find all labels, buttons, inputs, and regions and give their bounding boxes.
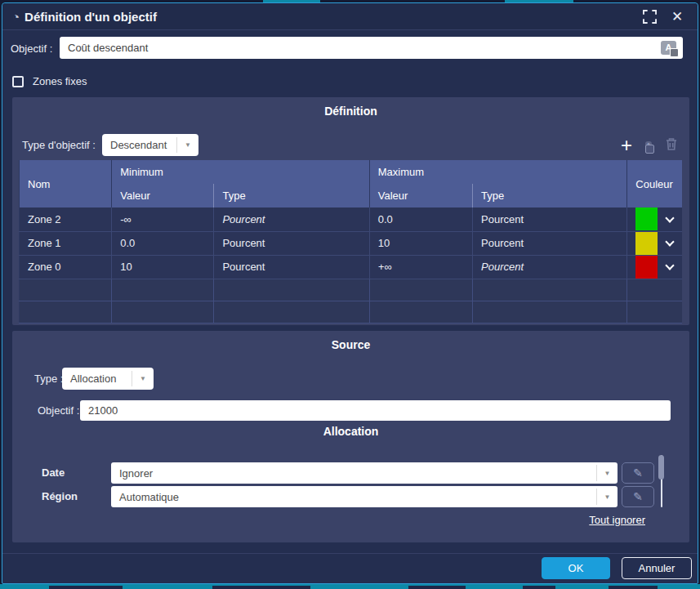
objective-icon: ◔ — [12, 11, 20, 23]
zone-name-cell[interactable]: Zone 1 — [20, 231, 112, 255]
empty-row — [20, 279, 683, 301]
color-swatch — [635, 256, 658, 279]
column-header-max-type: Type — [473, 184, 627, 207]
pencil-icon: ✎ — [633, 466, 643, 480]
zone-min-value-cell[interactable]: -∞ — [112, 207, 214, 231]
zones-fixes-label: Zones fixes — [33, 75, 87, 87]
definition-title: Définition — [12, 97, 689, 118]
translate-icon[interactable]: A — [661, 41, 676, 55]
edit-region-button[interactable]: ✎ — [622, 486, 654, 507]
objective-name-input[interactable] — [60, 37, 683, 59]
column-header-couleur: Couleur — [627, 160, 682, 207]
zone-color-picker[interactable] — [635, 256, 682, 279]
column-header-maximum: Maximum — [369, 160, 627, 184]
objective-type-dropdown[interactable]: Descendant ▼ — [102, 134, 198, 156]
duplicate-zone-button[interactable]: A — [645, 138, 652, 153]
dialog-title: Définition d'un objectif — [25, 10, 632, 24]
zones-toolbar: + A — [621, 136, 678, 154]
color-swatch — [635, 232, 658, 255]
source-type-value: Allocation — [62, 368, 132, 390]
source-objective-input[interactable] — [80, 400, 671, 421]
zone-min-value-cell[interactable]: 0.0 — [112, 231, 214, 255]
color-swatch — [635, 207, 658, 230]
allocation-date-dropdown[interactable]: Ignorer ▼ — [111, 462, 618, 484]
column-header-minimum: Minimum — [112, 160, 370, 184]
zone-row: Zone 0 10 Pourcent +∞ Pourcent — [20, 255, 683, 279]
dropdown-arrow-icon: ▼ — [596, 489, 618, 505]
delete-zone-button[interactable] — [665, 136, 678, 154]
zone-min-value-cell[interactable]: 10 — [112, 255, 214, 279]
allocation-region-value: Automatique — [111, 486, 596, 507]
dropdown-arrow-icon: ▼ — [596, 465, 618, 481]
source-type-label: Type : — [34, 373, 63, 385]
duplicate-icon: A — [645, 141, 652, 151]
source-title: Source — [12, 331, 689, 351]
chevron-down-icon — [666, 261, 675, 270]
objective-definition-dialog: ◔ Définition d'un objectif ✕ Objectif : … — [2, 2, 698, 584]
dropdown-arrow-icon: ▼ — [132, 371, 154, 386]
background-bottom — [0, 584, 700, 589]
add-zone-button[interactable]: + — [621, 137, 632, 154]
trash-icon — [665, 136, 678, 151]
source-objective-label: Objectif : — [38, 404, 79, 417]
dropdown-arrow-icon: ▼ — [176, 137, 198, 153]
zone-max-type-cell[interactable]: Pourcent — [473, 255, 627, 279]
zone-row: Zone 1 0.0 Pourcent 10 Pourcent — [20, 231, 683, 255]
zone-color-cell — [627, 231, 682, 255]
column-header-min-valeur: Valeur — [112, 184, 214, 207]
column-header-nom: Nom — [20, 160, 112, 207]
dialog-titlebar: ◔ Définition d'un objectif ✕ — [2, 3, 698, 30]
empty-row — [20, 301, 683, 323]
close-icon: ✕ — [671, 10, 683, 24]
allocation-date-label: Date — [42, 466, 65, 479]
zone-max-value-cell[interactable]: +∞ — [369, 255, 472, 279]
close-button[interactable]: ✕ — [667, 7, 688, 26]
maximize-icon — [643, 10, 657, 24]
zone-color-picker[interactable] — [635, 207, 682, 231]
chevron-down-icon — [666, 213, 675, 222]
pencil-icon: ✎ — [633, 490, 643, 503]
zone-row: Zone 2 -∞ Pourcent 0.0 Pourcent — [20, 207, 683, 231]
zones-table-header: Nom Minimum Maximum Couleur Valeur Type … — [20, 160, 683, 207]
objective-label: Objectif : — [11, 42, 52, 55]
source-panel: Source Type : Allocation ▼ Objectif : Al… — [12, 331, 689, 542]
zone-min-type-cell[interactable]: Pourcent — [214, 231, 369, 255]
zone-min-type-cell[interactable]: Pourcent — [214, 207, 369, 231]
objective-type-value: Descendant — [102, 134, 176, 156]
column-header-min-type: Type — [214, 184, 369, 207]
zone-max-type-cell[interactable]: Pourcent — [473, 231, 627, 255]
zone-color-cell — [627, 207, 682, 231]
maximize-button[interactable] — [639, 7, 660, 26]
stage: ◔ Définition d'un objectif ✕ Objectif : … — [0, 0, 700, 589]
zone-max-value-cell[interactable]: 0.0 — [369, 207, 472, 231]
zones-fixes-checkbox[interactable] — [12, 76, 24, 87]
definition-panel: Définition Type d'objectif : Descendant … — [12, 97, 689, 325]
zone-min-type-cell[interactable]: Pourcent — [214, 255, 369, 279]
column-header-max-valeur: Valeur — [369, 184, 472, 207]
edit-date-button[interactable]: ✎ — [622, 462, 654, 484]
cancel-button[interactable]: Annuler — [622, 557, 692, 579]
allocation-title: Allocation — [12, 425, 689, 438]
objective-type-label: Type d'objectif : — [22, 139, 96, 151]
allocation-scrollbar-thumb[interactable] — [658, 455, 664, 480]
allocation-date-value: Ignorer — [111, 462, 596, 484]
zone-max-type-cell[interactable]: Pourcent — [473, 207, 627, 231]
chevron-down-icon — [666, 237, 675, 246]
zone-name-cell[interactable]: Zone 2 — [20, 207, 112, 231]
footer-divider — [2, 553, 698, 554]
zone-name-cell[interactable]: Zone 0 — [20, 255, 112, 279]
zones-table: Nom Minimum Maximum Couleur Valeur Type … — [19, 160, 682, 324]
zone-max-value-cell[interactable]: 10 — [369, 231, 472, 255]
allocation-region-dropdown[interactable]: Automatique ▼ — [111, 486, 618, 507]
source-type-dropdown[interactable]: Allocation ▼ — [62, 368, 154, 390]
ignore-all-link[interactable]: Tout ignorer — [589, 514, 645, 526]
zones-fixes-row: Zones fixes — [12, 75, 87, 87]
allocation-region-label: Région — [42, 490, 78, 502]
zone-color-picker[interactable] — [635, 232, 682, 255]
zone-color-cell — [627, 255, 682, 279]
ok-button[interactable]: OK — [542, 557, 610, 579]
